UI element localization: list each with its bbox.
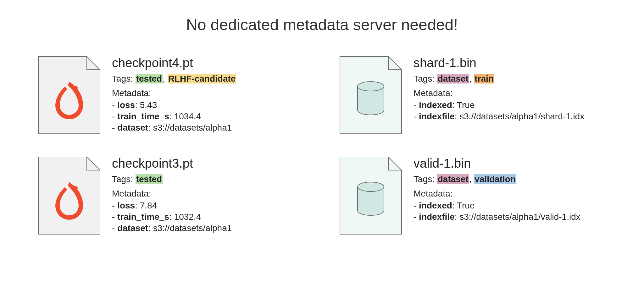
file-name: shard-1.bin [414,56,606,70]
tag-separator: , [469,174,474,184]
metadata-row: - indexed: True [414,100,606,110]
tag-separator: , [163,74,168,84]
svg-point-2 [73,186,78,191]
metadata-key: dataset [117,223,148,233]
file-icon-wrap [339,56,402,134]
metadata-label: Metadata: [112,189,305,199]
metadata-key: dataset [117,123,148,132]
file-item: valid-1.binTags: dataset, validationMeta… [339,156,606,235]
metadata-value: 7.84 [140,201,157,210]
file-grid: checkpoint4.ptTags: tested, RLHF-candida… [38,56,606,235]
file-info: checkpoint3.ptTags: testedMetadata:- los… [112,156,305,235]
metadata-row: - indexfile: s3://datasets/alpha1/valid-… [414,212,606,222]
tags-label: Tags: [112,174,136,184]
file-icon-wrap [38,56,101,134]
metadata-value: s3://datasets/alpha1/shard-1.idx [459,111,584,121]
metadata-key: loss [117,201,135,210]
file-item: checkpoint4.ptTags: tested, RLHF-candida… [38,56,305,134]
tags-line: Tags: tested [112,174,305,184]
tag: dataset [437,74,469,84]
database-cylinder-icon [358,82,384,115]
tags-line: Tags: dataset, train [414,74,606,84]
file-name: valid-1.bin [414,156,606,170]
file-item: checkpoint3.ptTags: testedMetadata:- los… [38,156,305,235]
metadata-key: loss [117,100,135,110]
tag: dataset [437,174,469,184]
metadata-key: indexed [419,201,452,210]
file-info: valid-1.binTags: dataset, validationMeta… [414,156,606,223]
metadata-key: train_time_s [117,111,169,121]
file-icon [339,56,402,134]
metadata-key: indexfile [419,212,455,222]
tags-line: Tags: dataset, validation [414,174,606,184]
database-cylinder-icon [358,182,384,215]
tag: validation [474,174,516,184]
file-icon-wrap [38,156,101,235]
tag: train [474,74,494,84]
metadata-key: train_time_s [117,212,169,222]
tag: tested [136,74,163,84]
metadata-value: s3://datasets/alpha1 [153,123,232,132]
tag: tested [136,174,163,184]
file-icon [38,56,101,134]
metadata-row: - indexfile: s3://datasets/alpha1/shard-… [414,111,606,121]
metadata-value: 5.43 [140,100,157,110]
file-item: shard-1.binTags: dataset, trainMetadata:… [339,56,606,134]
diagram-canvas: No dedicated metadata server needed! che… [0,0,644,286]
metadata-row: - loss: 5.43 [112,100,305,110]
diagram-title: No dedicated metadata server needed! [38,16,606,34]
tag-separator: , [469,74,474,84]
tags-label: Tags: [414,174,437,184]
file-name: checkpoint4.pt [112,56,305,70]
metadata-value: True [457,201,475,210]
metadata-key: indexed [419,100,452,110]
metadata-value: 1032.4 [174,212,201,222]
metadata-row: - train_time_s: 1032.4 [112,212,305,222]
tag: RLHF-candidate [168,74,236,84]
metadata-row: - dataset: s3://datasets/alpha1 [112,223,305,233]
metadata-row: - indexed: True [414,201,606,211]
metadata-value: True [457,100,475,110]
metadata-row: - dataset: s3://datasets/alpha1 [112,123,305,133]
metadata-key: indexfile [419,111,455,121]
tags-line: Tags: tested, RLHF-candidate [112,74,305,84]
metadata-value: s3://datasets/alpha1 [153,223,232,233]
metadata-row: - train_time_s: 1034.4 [112,111,305,121]
file-icon-wrap [339,156,402,235]
metadata-label: Metadata: [414,88,606,98]
tags-label: Tags: [414,74,437,84]
metadata-value: s3://datasets/alpha1/valid-1.idx [459,212,580,222]
file-info: shard-1.binTags: dataset, trainMetadata:… [414,56,606,123]
file-name: checkpoint3.pt [112,156,305,170]
file-icon [339,156,402,235]
metadata-label: Metadata: [414,189,606,199]
metadata-row: - loss: 7.84 [112,201,305,211]
metadata-label: Metadata: [112,88,305,98]
file-icon [38,156,101,235]
file-info: checkpoint4.ptTags: tested, RLHF-candida… [112,56,305,134]
svg-point-0 [73,86,78,90]
tags-label: Tags: [112,74,136,84]
metadata-value: 1034.4 [174,111,201,121]
